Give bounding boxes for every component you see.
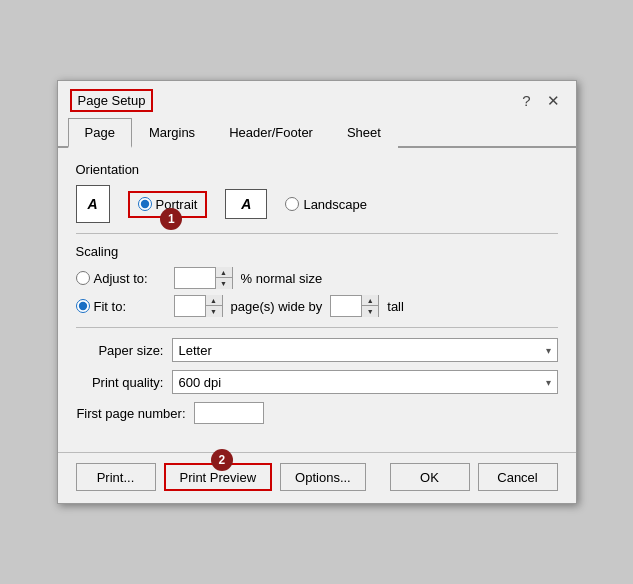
bottom-right-buttons: OK Cancel bbox=[390, 463, 558, 491]
print-quality-dropdown[interactable]: 600 dpi ▾ bbox=[172, 370, 558, 394]
landscape-radio[interactable] bbox=[285, 197, 299, 211]
tab-page[interactable]: Page bbox=[68, 118, 132, 148]
adjust-row: Adjust to: 88 ▲ ▼ % normal size bbox=[76, 267, 558, 289]
bottom-left-buttons: Print... Print Preview 2 Options... bbox=[76, 463, 366, 491]
options-button[interactable]: Options... bbox=[280, 463, 366, 491]
fit-wide-spin-up[interactable]: ▲ bbox=[206, 295, 222, 306]
fit-tall-spin-buttons: ▲ ▼ bbox=[361, 295, 378, 317]
fit-wide-spin-buttons: ▲ ▼ bbox=[205, 295, 222, 317]
ok-button[interactable]: OK bbox=[390, 463, 470, 491]
fit-wide-spinner[interactable]: 1 ▲ ▼ bbox=[174, 295, 223, 317]
paper-size-row: Paper size: Letter ▾ bbox=[76, 338, 558, 362]
first-page-label: First page number: bbox=[76, 406, 186, 421]
portrait-radio[interactable] bbox=[138, 197, 152, 211]
adjust-radio[interactable] bbox=[76, 271, 90, 285]
orientation-row: A Portrait 1 A Landscape bbox=[76, 185, 558, 223]
fit-tall-unit: tall bbox=[387, 299, 404, 314]
tab-sheet[interactable]: Sheet bbox=[330, 118, 398, 148]
adjust-input[interactable]: 88 bbox=[175, 268, 215, 288]
badge-2: 2 bbox=[211, 449, 233, 471]
fit-radio-label[interactable]: Fit to: bbox=[76, 299, 166, 314]
print-quality-label: Print quality: bbox=[76, 375, 164, 390]
adjust-spin-up[interactable]: ▲ bbox=[216, 267, 232, 278]
portrait-icon: A bbox=[76, 185, 110, 223]
page-setup-dialog: Page Setup ? ✕ Page Margins Header/Foote… bbox=[57, 80, 577, 504]
scaling-label: Scaling bbox=[76, 244, 558, 259]
scaling-section: Scaling Adjust to: 88 ▲ ▼ % normal size bbox=[76, 244, 558, 317]
print-button[interactable]: Print... bbox=[76, 463, 156, 491]
fit-radio[interactable] bbox=[76, 299, 90, 313]
fit-tall-input[interactable]: 1 bbox=[331, 296, 361, 316]
bottom-buttons: Print... Print Preview 2 Options... OK C… bbox=[58, 452, 576, 503]
help-button[interactable]: ? bbox=[518, 90, 534, 111]
adjust-radio-label[interactable]: Adjust to: bbox=[76, 271, 166, 286]
fit-wide-spin-down[interactable]: ▼ bbox=[206, 306, 222, 317]
adjust-spin-down[interactable]: ▼ bbox=[216, 278, 232, 289]
title-controls: ? ✕ bbox=[518, 90, 563, 112]
fit-tall-spinner[interactable]: 1 ▲ ▼ bbox=[330, 295, 379, 317]
tab-content: Orientation A Portrait 1 A Landscape bbox=[58, 148, 576, 442]
badge-1: 1 bbox=[160, 208, 182, 230]
print-quality-row: Print quality: 600 dpi ▾ bbox=[76, 370, 558, 394]
adjust-spinner[interactable]: 88 ▲ ▼ bbox=[174, 267, 233, 289]
preview-button-wrap: Print Preview 2 bbox=[164, 463, 273, 491]
tab-header-footer[interactable]: Header/Footer bbox=[212, 118, 330, 148]
adjust-spin-buttons: ▲ ▼ bbox=[215, 267, 232, 289]
fit-tall-spin-down[interactable]: ▼ bbox=[362, 306, 378, 317]
tab-bar: Page Margins Header/Footer Sheet bbox=[58, 118, 576, 148]
paper-size-label: Paper size: bbox=[76, 343, 164, 358]
orientation-label: Orientation bbox=[76, 162, 558, 177]
first-page-row: First page number: Auto bbox=[76, 402, 558, 424]
first-page-input[interactable]: Auto bbox=[194, 402, 264, 424]
fit-tall-spin-up[interactable]: ▲ bbox=[362, 295, 378, 306]
paper-dropdown-arrow: ▾ bbox=[546, 345, 551, 356]
fit-wide-unit: page(s) wide by bbox=[231, 299, 323, 314]
landscape-icon: A bbox=[225, 189, 267, 219]
paper-size-dropdown[interactable]: Letter ▾ bbox=[172, 338, 558, 362]
title-bar: Page Setup ? ✕ bbox=[58, 81, 576, 118]
tab-margins[interactable]: Margins bbox=[132, 118, 212, 148]
dialog-title: Page Setup bbox=[70, 89, 154, 112]
quality-dropdown-arrow: ▾ bbox=[546, 377, 551, 388]
cancel-button[interactable]: Cancel bbox=[478, 463, 558, 491]
close-button[interactable]: ✕ bbox=[543, 90, 564, 112]
landscape-radio-label[interactable]: Landscape bbox=[285, 197, 367, 212]
fit-wide-input[interactable]: 1 bbox=[175, 296, 205, 316]
adjust-unit: % normal size bbox=[241, 271, 323, 286]
fit-row: Fit to: 1 ▲ ▼ page(s) wide by 1 ▲ ▼ bbox=[76, 295, 558, 317]
